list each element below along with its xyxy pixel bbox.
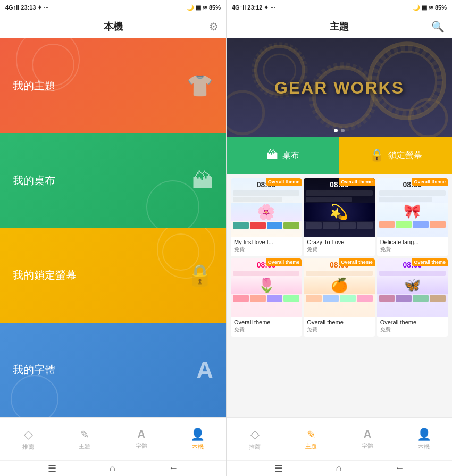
theme-name-6: Overall theme — [380, 319, 445, 325]
recommend-label-left: 推薦 — [22, 443, 34, 451]
theme-thumb-4: Overall theme 08:00 🌷 — [231, 258, 302, 317]
picon-3b — [396, 221, 412, 228]
left-extra: ✦ ··· — [37, 4, 48, 11]
dot-2[interactable] — [341, 129, 345, 132]
my-wallpaper-tile[interactable]: 我的桌布 🏔 — [0, 133, 226, 228]
theme-price-1: 免費 — [234, 246, 298, 253]
preview-icons-3 — [377, 220, 448, 229]
overall-badge-4: Overall theme — [266, 258, 302, 266]
right-extra: ✦ ··· — [264, 4, 275, 11]
theme-nav-label-left: 主題 — [79, 442, 90, 450]
theme-thumb-1: Overall theme 08:00 🌸 — [231, 178, 302, 237]
right-status-left: 4G↑il 23:12 ✦ ··· — [232, 4, 275, 11]
left-back-btn[interactable]: ← — [169, 463, 178, 474]
theme-card-5[interactable]: Overall theme 08:00 🍊 — [304, 258, 374, 337]
left-app-header: 本機 ⚙ — [0, 15, 226, 38]
nav-font-left[interactable]: A 字體 — [113, 418, 170, 460]
nav-recommend-left[interactable]: ◇ 推薦 — [0, 418, 56, 460]
nav-mydevice-left[interactable]: 👤 本機 — [170, 418, 226, 460]
right-home-btn[interactable]: ⌂ — [336, 463, 342, 474]
my-lockscreen-label: 我的鎖定螢幕 — [13, 268, 77, 282]
theme-grid: Overall theme 08:00 🌸 — [229, 178, 450, 337]
left-status-bar: 4G↑il 23:13 ✦ ··· 🌙 ▣ ≋ 85% — [0, 0, 226, 15]
nav-font-right[interactable]: A 字體 — [339, 418, 396, 460]
theme-banner: GEAR WORKS — [227, 38, 452, 137]
lockscreen-qt-label: 鎖定螢幕 — [388, 150, 422, 161]
lockscreen-quick-tile[interactable]: 🔒 鎖定螢幕 — [339, 137, 452, 174]
picon-4b — [250, 295, 266, 302]
wallpaper-icon: 🏔 — [192, 169, 213, 193]
theme-price-4: 免費 — [234, 326, 298, 333]
picon-3c — [413, 221, 429, 228]
right-content-area: GEAR WORKS 🏔 桌布 🔒 鎖定螢幕 Ov — [227, 38, 452, 417]
my-lockscreen-tile[interactable]: 我的鎖定螢幕 🔒 — [0, 228, 226, 323]
theme-icon: 👕 — [187, 73, 213, 98]
theme-name-2: Crazy To Love — [307, 239, 371, 245]
preview-bar-3b — [379, 197, 432, 202]
nav-theme-left[interactable]: ✎ 主題 — [56, 418, 113, 460]
preview-icons-6 — [377, 294, 448, 303]
right-menu-btn[interactable]: ☰ — [274, 463, 283, 474]
right-status-bar: 4G↑il 23:12 ✦ ··· 🌙 ▣ ≋ 85% — [227, 0, 452, 15]
right-header-title: 主題 — [330, 20, 349, 33]
svg-point-6 — [227, 91, 264, 134]
left-time: 23:13 — [21, 4, 36, 11]
left-status-left: 4G↑il 23:13 ✦ ··· — [5, 4, 49, 11]
left-signal: 4G↑il — [5, 4, 19, 11]
picon-3d — [430, 221, 446, 228]
theme-card-4[interactable]: Overall theme 08:00 🌷 — [231, 258, 302, 337]
theme-card-1[interactable]: Overall theme 08:00 🌸 — [231, 178, 302, 256]
overall-badge-1: Overall theme — [266, 178, 302, 186]
picon-2a — [306, 222, 322, 229]
mydevice-nav-icon-right: 👤 — [417, 428, 431, 441]
my-theme-tile[interactable]: 我的主題 👕 — [0, 38, 226, 133]
picon-3a — [379, 221, 395, 228]
left-battery: 🌙 ▣ ≋ 85% — [187, 4, 221, 11]
picon-1b — [250, 222, 266, 229]
dot-1[interactable] — [334, 129, 338, 132]
theme-card-6[interactable]: Overall theme 08:00 🦋 — [377, 258, 448, 337]
right-home-indicator: ☰ ⌂ ← — [227, 460, 452, 476]
theme-thumb-3: Overall theme 08:00 🎀 — [377, 178, 448, 237]
font-nav-icon-left: A — [137, 428, 145, 440]
left-home-indicator: ☰ ⌂ ← — [0, 460, 226, 476]
my-font-label: 我的字體 — [13, 363, 55, 377]
picon-5a — [306, 295, 322, 302]
font-nav-label-right: 字體 — [362, 442, 373, 450]
preview-icons-4 — [231, 294, 302, 303]
picon-1c — [267, 222, 283, 229]
lockscreen-qt-icon: 🔒 — [370, 148, 384, 162]
theme-card-3[interactable]: Overall theme 08:00 🎀 — [377, 178, 448, 256]
theme-thumb-2: Overall theme 08:00 💫 — [304, 178, 374, 237]
nav-mydevice-right[interactable]: 👤 本機 — [396, 418, 452, 460]
preview-icons-1 — [231, 221, 302, 230]
right-app-header: 主題 🔍 — [227, 15, 452, 38]
recommend-icon-right: ◇ — [250, 428, 260, 441]
wallpaper-qt-icon: 🏔 — [266, 148, 278, 162]
left-menu-btn[interactable]: ☰ — [48, 463, 56, 474]
nav-theme-right[interactable]: ✎ 主題 — [283, 418, 339, 460]
my-theme-label: 我的主題 — [13, 79, 55, 93]
wallpaper-quick-tile[interactable]: 🏔 桌布 — [227, 137, 339, 174]
left-phone-panel: 4G↑il 23:13 ✦ ··· 🌙 ▣ ≋ 85% 本機 ⚙ 我的主題 👕 … — [0, 0, 226, 476]
lockscreen-icon: 🔒 — [187, 263, 213, 288]
theme-card-2[interactable]: Overall theme 08:00 💫 — [304, 178, 374, 256]
picon-6d — [430, 295, 446, 302]
theme-nav-label-right: 主題 — [305, 442, 317, 450]
theme-info-1: My first love f... 免費 — [231, 237, 302, 256]
banner-title: GEAR WORKS — [274, 78, 404, 97]
nav-recommend-right[interactable]: ◇ 推薦 — [227, 418, 283, 460]
right-battery: 🌙 ▣ ≋ 85% — [413, 4, 447, 11]
quick-tiles: 🏔 桌布 🔒 鎖定螢幕 — [227, 137, 452, 174]
right-status-right: 🌙 ▣ ≋ 85% — [413, 4, 447, 11]
settings-icon[interactable]: ⚙ — [209, 20, 219, 33]
picon-5c — [340, 295, 356, 302]
left-home-btn[interactable]: ⌂ — [110, 463, 115, 474]
theme-name-1: My first love f... — [234, 239, 298, 245]
my-font-tile[interactable]: 我的字體 A — [0, 323, 226, 417]
picon-2c — [340, 222, 356, 229]
right-back-btn[interactable]: ← — [395, 463, 404, 474]
search-icon[interactable]: 🔍 — [431, 20, 445, 33]
recommend-label-right: 推薦 — [249, 443, 261, 451]
theme-info-4: Overall theme 免費 — [231, 317, 302, 337]
